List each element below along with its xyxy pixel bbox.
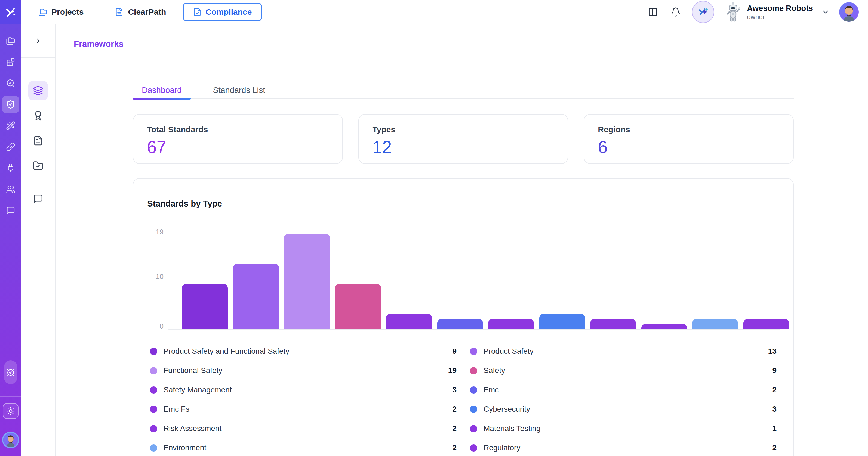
legend-dot bbox=[150, 406, 157, 413]
rail-nav bbox=[2, 32, 19, 219]
bar-safety[interactable] bbox=[335, 284, 381, 329]
rail-item-folders[interactable] bbox=[2, 32, 19, 50]
rail-item-message-square[interactable] bbox=[2, 202, 19, 219]
rail-item-plug[interactable] bbox=[2, 159, 19, 177]
rail-item-search-check[interactable] bbox=[2, 74, 19, 92]
stat-card-regions: Regions6 bbox=[584, 114, 794, 164]
legend-item-risk-assessment[interactable]: Risk Assessment2 bbox=[150, 419, 457, 438]
topbar: Projects ClearPath Compliance bbox=[21, 0, 868, 25]
legend-value: 9 bbox=[452, 347, 457, 356]
columns-icon bbox=[648, 7, 658, 17]
legend-item-emc[interactable]: Emc2 bbox=[470, 381, 777, 400]
legend-item-product-safety-and-functional-safety[interactable]: Product Safety and Functional Safety9 bbox=[150, 342, 457, 361]
app-logo[interactable] bbox=[0, 0, 21, 25]
link-icon bbox=[6, 142, 15, 152]
rail-item-users[interactable] bbox=[2, 181, 19, 198]
tab-standards-list[interactable]: Standards List bbox=[204, 78, 274, 98]
subrail-item-folder-check[interactable] bbox=[28, 156, 48, 176]
bar-safety-management[interactable] bbox=[386, 314, 432, 329]
stat-value: 6 bbox=[598, 138, 793, 156]
legend-label: Product Safety and Functional Safety bbox=[163, 347, 289, 356]
legend-label: Safety bbox=[484, 366, 505, 375]
primary-sidebar bbox=[0, 0, 21, 456]
wand-sparkles-icon bbox=[6, 121, 15, 130]
brand-sparkle-icon bbox=[5, 6, 17, 18]
subrail-nav bbox=[21, 81, 55, 209]
legend-dot bbox=[150, 444, 157, 452]
y-axis-tick: 10 bbox=[156, 272, 163, 281]
rail-item-link[interactable] bbox=[2, 138, 19, 156]
secondary-sidebar bbox=[21, 25, 56, 456]
subrail-item-file-text[interactable] bbox=[28, 131, 48, 150]
subrail-item-layers[interactable] bbox=[28, 81, 48, 100]
bar-product-safety[interactable] bbox=[233, 264, 279, 329]
bar-cybersecurity[interactable] bbox=[539, 314, 585, 329]
legend-value: 2 bbox=[772, 444, 777, 452]
rail-item-blocks[interactable] bbox=[2, 53, 19, 71]
panel-toggle-button[interactable] bbox=[646, 5, 659, 19]
ai-assistant-button[interactable] bbox=[692, 1, 714, 23]
plug-icon bbox=[6, 163, 15, 173]
alarm-clock-check-icon bbox=[6, 368, 15, 376]
award-icon bbox=[33, 111, 43, 121]
theme-toggle-button[interactable] bbox=[3, 403, 19, 419]
subrail-item-award[interactable] bbox=[28, 106, 48, 125]
chart-plot: 19100 bbox=[168, 235, 780, 330]
sun-icon bbox=[6, 407, 15, 416]
legend-item-environment[interactable]: Environment2 bbox=[150, 438, 457, 456]
topbar-tab-label: Projects bbox=[52, 7, 84, 17]
sparkles-icon bbox=[697, 6, 709, 18]
account-dropdown-button[interactable] bbox=[821, 8, 830, 16]
legend-item-safety-management[interactable]: Safety Management3 bbox=[150, 381, 457, 400]
bar-regulatory[interactable] bbox=[743, 319, 789, 329]
rail-bottom bbox=[0, 360, 21, 456]
bar-functional-safety[interactable] bbox=[284, 234, 330, 329]
legend-label: Regulatory bbox=[484, 444, 520, 452]
bar-materials-testing[interactable] bbox=[641, 324, 687, 329]
legend-dot bbox=[150, 425, 157, 432]
topbar-avatar[interactable] bbox=[839, 2, 859, 22]
legend-value: 3 bbox=[452, 386, 457, 394]
legend-column-left: Product Safety and Functional Safety9Fun… bbox=[150, 342, 457, 456]
notifications-button[interactable] bbox=[669, 5, 682, 19]
legend-column-right: Product Safety13Safety9Emc2Cybersecurity… bbox=[470, 342, 777, 456]
file-text-icon bbox=[33, 135, 43, 146]
y-axis-tick: 0 bbox=[160, 322, 163, 330]
legend-item-cybersecurity[interactable]: Cybersecurity3 bbox=[470, 400, 777, 419]
legend-item-safety[interactable]: Safety9 bbox=[470, 361, 777, 381]
chart-legend: Product Safety and Functional Safety9Fun… bbox=[150, 342, 777, 456]
account-menu[interactable]: Awesome Robots owner bbox=[747, 3, 813, 21]
sidebar-expand-button[interactable] bbox=[21, 25, 55, 58]
legend-item-emc-fs[interactable]: Emc Fs2 bbox=[150, 400, 457, 419]
legend-item-product-safety[interactable]: Product Safety13 bbox=[470, 342, 777, 361]
legend-item-regulatory[interactable]: Regulatory2 bbox=[470, 438, 777, 456]
topbar-tab-compliance[interactable]: Compliance bbox=[183, 3, 262, 21]
topbar-tab-projects[interactable]: Projects bbox=[38, 7, 84, 17]
legend-dot bbox=[470, 367, 477, 374]
bar-product-safety-and-functional-safety[interactable] bbox=[182, 284, 228, 329]
legend-label: Product Safety bbox=[484, 347, 534, 356]
subrail-item-message-square[interactable] bbox=[28, 189, 48, 209]
legend-dot bbox=[150, 348, 157, 355]
sidebar-avatar[interactable] bbox=[2, 431, 19, 448]
legend-dot bbox=[470, 406, 477, 413]
bar-emc-fs[interactable] bbox=[488, 319, 534, 329]
file-text-icon bbox=[115, 8, 124, 16]
legend-item-materials-testing[interactable]: Materials Testing1 bbox=[470, 419, 777, 438]
rail-item-wand-sparkles[interactable] bbox=[2, 117, 19, 134]
shield-check-icon bbox=[6, 100, 15, 109]
bar-emc[interactable] bbox=[437, 319, 483, 329]
rail-item-shield-check[interactable] bbox=[2, 96, 19, 113]
legend-label: Emc Fs bbox=[163, 405, 189, 414]
legend-label: Materials Testing bbox=[484, 424, 541, 433]
tab-dashboard[interactable]: Dashboard bbox=[133, 78, 191, 98]
bar-environment[interactable] bbox=[692, 319, 738, 329]
view-tabs: Dashboard Standards List bbox=[133, 78, 794, 99]
legend-item-functional-safety[interactable]: Functional Safety19 bbox=[150, 361, 457, 381]
legend-value: 2 bbox=[452, 444, 457, 452]
topbar-tab-clearpath[interactable]: ClearPath bbox=[115, 7, 166, 17]
rail-item-alarm-clock-check[interactable] bbox=[4, 360, 17, 384]
bar-risk-assessment[interactable] bbox=[590, 319, 636, 329]
account-role: owner bbox=[747, 13, 813, 21]
layers-icon bbox=[33, 85, 43, 96]
